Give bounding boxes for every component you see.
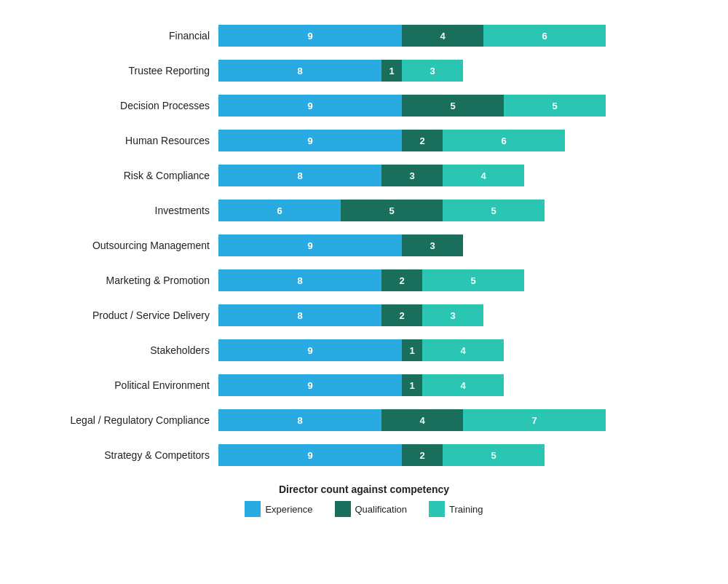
bar-experience: 6: [218, 200, 341, 221]
chart-row: Product / Service Delivery823: [15, 301, 713, 329]
bar-training: 6: [443, 130, 565, 151]
bar-experience: 9: [218, 374, 402, 396]
chart-row: Outsourcing Management93: [15, 232, 713, 259]
bar-qualification: 4: [402, 25, 483, 47]
bar-qualification: 1: [402, 339, 422, 361]
bar-qualification: 2: [381, 269, 422, 291]
bar-qualification: 5: [341, 200, 443, 221]
row-label: Trustee Reporting: [15, 65, 218, 76]
legend-item: Qualification: [335, 501, 408, 517]
row-bars: 825: [218, 269, 713, 291]
bar-training: 4: [443, 165, 524, 186]
bar-training: 7: [463, 409, 606, 431]
bar-training: 5: [504, 95, 606, 117]
bar-experience: 8: [218, 60, 381, 82]
bar-experience: 9: [218, 25, 402, 47]
bar-training: 6: [483, 25, 606, 47]
bar-training: 4: [422, 339, 504, 361]
chart-row: Legal / Regulatory Compliance847: [15, 406, 713, 434]
bar-qualification: 2: [402, 444, 443, 466]
bar-experience: 9: [218, 339, 402, 361]
row-label: Risk & Compliance: [15, 170, 218, 181]
chart-row: Decision Processes955: [15, 92, 713, 119]
bar-qualification: 1: [381, 60, 402, 82]
row-bars: 655: [218, 200, 713, 221]
row-label: Legal / Regulatory Compliance: [15, 414, 218, 426]
legend-items: ExperienceQualificationTraining: [245, 501, 483, 517]
legend-item: Experience: [245, 501, 312, 517]
legend-container: Director count against competency Experi…: [15, 484, 713, 517]
bar-training: 3: [402, 60, 463, 82]
bar-experience: 8: [218, 269, 381, 291]
legend-swatch: [429, 501, 445, 517]
bar-experience: 9: [218, 95, 402, 117]
row-label: Decision Processes: [15, 100, 218, 111]
bar-training: 5: [422, 269, 524, 291]
bar-qualification: 4: [381, 409, 463, 431]
chart-row: Investments655: [15, 197, 713, 224]
chart-row: Marketing & Promotion825: [15, 267, 713, 294]
row-bars: 914: [218, 339, 713, 361]
row-label: Financial: [15, 30, 218, 42]
bar-experience: 8: [218, 165, 381, 186]
bar-qualification: 3: [402, 234, 463, 256]
legend-title: Director count against competency: [279, 484, 449, 495]
row-label: Political Environment: [15, 379, 218, 391]
bar-training: 5: [443, 200, 545, 221]
row-bars: 813: [218, 60, 713, 82]
chart-row: Risk & Compliance834: [15, 162, 713, 189]
bar-qualification: 1: [402, 374, 422, 396]
chart-rows: Financial946Trustee Reporting813Decision…: [15, 22, 713, 469]
chart-row: Trustee Reporting813: [15, 57, 713, 84]
chart-row: Stakeholders914: [15, 336, 713, 364]
row-bars: 914: [218, 374, 713, 396]
chart-row: Financial946: [15, 22, 713, 50]
bar-qualification: 3: [381, 165, 443, 186]
bar-training: 3: [422, 304, 483, 326]
bar-experience: 8: [218, 409, 381, 431]
row-label: Outsourcing Management: [15, 240, 218, 251]
row-bars: 925: [218, 444, 713, 466]
row-label: Marketing & Promotion: [15, 275, 218, 286]
row-bars: 847: [218, 409, 713, 431]
bar-training: 4: [422, 374, 504, 396]
row-label: Product / Service Delivery: [15, 309, 218, 321]
bar-training: 5: [443, 444, 545, 466]
row-label: Stakeholders: [15, 344, 218, 356]
legend-swatch: [335, 501, 351, 517]
legend-swatch: [245, 501, 261, 517]
row-bars: 926: [218, 130, 713, 151]
chart-row: Strategy & Competitors925: [15, 441, 713, 469]
bar-qualification: 5: [402, 95, 504, 117]
chart-row: Human Resources926: [15, 127, 713, 154]
row-bars: 955: [218, 95, 713, 117]
bar-experience: 9: [218, 234, 402, 256]
bar-experience: 9: [218, 444, 402, 466]
row-label: Investments: [15, 205, 218, 216]
row-label: Strategy & Competitors: [15, 449, 218, 461]
chart-container: Financial946Trustee Reporting813Decision…: [0, 0, 728, 532]
legend-label: Training: [449, 504, 483, 515]
bar-experience: 9: [218, 130, 402, 151]
legend-item: Training: [429, 501, 483, 517]
chart-row: Political Environment914: [15, 371, 713, 399]
bar-experience: 8: [218, 304, 381, 326]
row-bars: 946: [218, 25, 713, 47]
row-bars: 834: [218, 165, 713, 186]
row-bars: 93: [218, 234, 713, 256]
row-label: Human Resources: [15, 135, 218, 146]
legend-label: Experience: [265, 504, 312, 515]
bar-qualification: 2: [402, 130, 443, 151]
row-bars: 823: [218, 304, 713, 326]
legend-label: Qualification: [355, 504, 408, 515]
bar-qualification: 2: [381, 304, 422, 326]
